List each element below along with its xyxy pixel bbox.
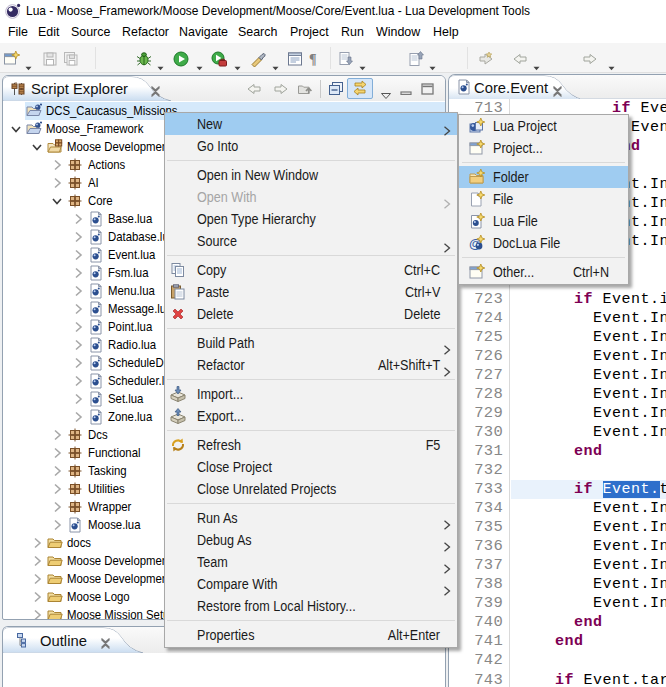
svg-text:¶: ¶	[309, 52, 317, 67]
